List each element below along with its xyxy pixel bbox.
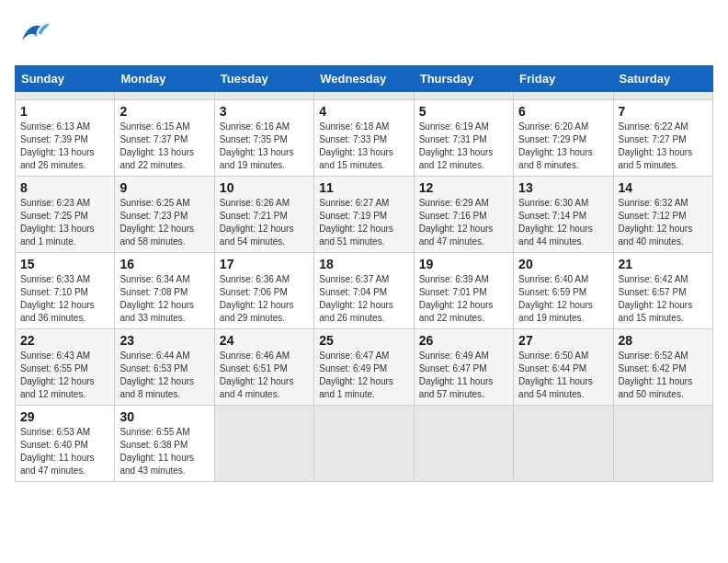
day-info: Sunrise: 6:22 AMSunset: 7:27 PMDaylight:… [619,121,693,170]
day-info: Sunrise: 6:49 AMSunset: 6:47 PMDaylight:… [419,350,494,399]
weekday-header-thursday: Thursday [414,66,513,92]
calendar-cell: 3 Sunrise: 6:16 AMSunset: 7:35 PMDayligh… [214,100,313,177]
day-number: 3 [220,104,309,119]
calendar-cell [214,92,313,100]
logo [15,15,55,56]
calendar-cell: 4 Sunrise: 6:18 AMSunset: 7:33 PMDayligh… [314,100,414,177]
calendar-week-1 [16,92,713,100]
day-info: Sunrise: 6:44 AMSunset: 6:53 PMDaylight:… [119,350,194,399]
calendar-cell: 2 Sunrise: 6:15 AMSunset: 7:37 PMDayligh… [115,100,214,177]
day-info: Sunrise: 6:50 AMSunset: 6:44 PMDaylight:… [518,350,593,399]
calendar-cell: 25 Sunrise: 6:47 AMSunset: 6:49 PMDaylig… [314,329,414,406]
day-number: 15 [20,257,109,271]
calendar-cell [514,92,613,100]
day-number: 14 [619,180,708,195]
calendar-cell: 18 Sunrise: 6:37 AMSunset: 7:04 PMDaylig… [314,253,414,329]
day-number: 26 [419,333,508,348]
day-info: Sunrise: 6:27 AMSunset: 7:19 PMDaylight:… [319,198,393,247]
calendar-cell [514,406,613,482]
calendar-cell [214,406,313,482]
day-info: Sunrise: 6:19 AMSunset: 7:31 PMDaylight:… [419,121,494,170]
day-number: 21 [619,257,708,271]
calendar-cell: 13 Sunrise: 6:30 AMSunset: 7:14 PMDaylig… [514,177,613,253]
day-number: 30 [119,409,209,424]
day-info: Sunrise: 6:55 AMSunset: 6:38 PMDaylight:… [119,427,194,476]
calendar-cell: 9 Sunrise: 6:25 AMSunset: 7:23 PMDayligh… [115,177,214,253]
day-number: 8 [20,180,109,195]
calendar-cell: 22 Sunrise: 6:43 AMSunset: 6:55 PMDaylig… [16,329,115,406]
day-info: Sunrise: 6:30 AMSunset: 7:14 PMDaylight:… [518,198,593,247]
weekday-header-sunday: Sunday [16,66,115,92]
weekday-header-saturday: Saturday [613,66,712,92]
calendar-cell [613,92,712,100]
calendar-cell: 7 Sunrise: 6:22 AMSunset: 7:27 PMDayligh… [613,100,712,177]
calendar-cell: 24 Sunrise: 6:46 AMSunset: 6:51 PMDaylig… [214,329,313,406]
weekday-header-monday: Monday [115,66,214,92]
calendar-cell [314,92,414,100]
day-info: Sunrise: 6:53 AMSunset: 6:40 PMDaylight:… [20,427,95,476]
day-info: Sunrise: 6:16 AMSunset: 7:35 PMDaylight:… [220,121,294,170]
day-number: 4 [319,104,408,119]
day-number: 18 [319,257,408,271]
day-info: Sunrise: 6:18 AMSunset: 7:33 PMDaylight:… [319,121,393,170]
calendar-cell: 20 Sunrise: 6:40 AMSunset: 6:59 PMDaylig… [514,253,613,329]
day-info: Sunrise: 6:15 AMSunset: 7:37 PMDaylight:… [119,121,194,170]
calendar-cell [414,406,513,482]
day-info: Sunrise: 6:37 AMSunset: 7:04 PMDaylight:… [319,274,393,323]
day-info: Sunrise: 6:25 AMSunset: 7:23 PMDaylight:… [119,198,194,247]
day-number: 29 [20,409,109,424]
day-info: Sunrise: 6:20 AMSunset: 7:29 PMDaylight:… [518,121,593,170]
day-number: 20 [518,257,608,271]
day-info: Sunrise: 6:33 AMSunset: 7:10 PMDaylight:… [20,274,95,323]
day-number: 2 [119,104,209,119]
day-number: 9 [119,180,209,195]
calendar-cell: 14 Sunrise: 6:32 AMSunset: 7:12 PMDaylig… [613,177,712,253]
calendar-week-6: 29 Sunrise: 6:53 AMSunset: 6:40 PMDaylig… [16,406,713,482]
calendar-cell: 11 Sunrise: 6:27 AMSunset: 7:19 PMDaylig… [314,177,414,253]
day-number: 12 [419,180,508,195]
calendar-cell: 17 Sunrise: 6:36 AMSunset: 7:06 PMDaylig… [214,253,313,329]
day-number: 22 [20,333,109,348]
day-info: Sunrise: 6:13 AMSunset: 7:39 PMDaylight:… [20,121,95,170]
calendar-cell: 26 Sunrise: 6:49 AMSunset: 6:47 PMDaylig… [414,329,513,406]
day-number: 16 [119,257,209,271]
calendar-cell [314,406,414,482]
day-number: 25 [319,333,408,348]
calendar-cell: 12 Sunrise: 6:29 AMSunset: 7:16 PMDaylig… [414,177,513,253]
day-number: 6 [518,104,608,119]
day-info: Sunrise: 6:26 AMSunset: 7:21 PMDaylight:… [220,198,294,247]
calendar-cell [414,92,513,100]
calendar-cell: 1 Sunrise: 6:13 AMSunset: 7:39 PMDayligh… [16,100,115,177]
calendar-cell [115,92,214,100]
weekday-header-friday: Friday [514,66,613,92]
day-info: Sunrise: 6:23 AMSunset: 7:25 PMDaylight:… [20,198,95,247]
day-info: Sunrise: 6:36 AMSunset: 7:06 PMDaylight:… [220,274,294,323]
calendar-week-4: 15 Sunrise: 6:33 AMSunset: 7:10 PMDaylig… [16,253,713,329]
calendar-cell: 21 Sunrise: 6:42 AMSunset: 6:57 PMDaylig… [613,253,712,329]
day-number: 28 [619,333,708,348]
day-number: 7 [619,104,708,119]
calendar-table: SundayMondayTuesdayWednesdayThursdayFrid… [15,65,713,482]
calendar-header-row: SundayMondayTuesdayWednesdayThursdayFrid… [16,66,713,92]
calendar-week-5: 22 Sunrise: 6:43 AMSunset: 6:55 PMDaylig… [16,329,713,406]
calendar-cell: 19 Sunrise: 6:39 AMSunset: 7:01 PMDaylig… [414,253,513,329]
day-number: 11 [319,180,408,195]
calendar-week-2: 1 Sunrise: 6:13 AMSunset: 7:39 PMDayligh… [16,100,713,177]
weekday-header-tuesday: Tuesday [214,66,313,92]
day-number: 17 [220,257,309,271]
day-number: 13 [518,180,608,195]
logo-icon [15,15,51,56]
page-header [15,15,713,56]
day-number: 23 [119,333,209,348]
day-info: Sunrise: 6:34 AMSunset: 7:08 PMDaylight:… [119,274,194,323]
day-info: Sunrise: 6:40 AMSunset: 6:59 PMDaylight:… [518,274,593,323]
calendar-cell: 27 Sunrise: 6:50 AMSunset: 6:44 PMDaylig… [514,329,613,406]
day-number: 1 [20,104,109,119]
calendar-cell: 5 Sunrise: 6:19 AMSunset: 7:31 PMDayligh… [414,100,513,177]
calendar-cell: 6 Sunrise: 6:20 AMSunset: 7:29 PMDayligh… [514,100,613,177]
calendar-cell: 16 Sunrise: 6:34 AMSunset: 7:08 PMDaylig… [115,253,214,329]
calendar-cell [16,92,115,100]
calendar-cell: 30 Sunrise: 6:55 AMSunset: 6:38 PMDaylig… [115,406,214,482]
calendar-cell: 28 Sunrise: 6:52 AMSunset: 6:42 PMDaylig… [613,329,712,406]
day-info: Sunrise: 6:29 AMSunset: 7:16 PMDaylight:… [419,198,494,247]
